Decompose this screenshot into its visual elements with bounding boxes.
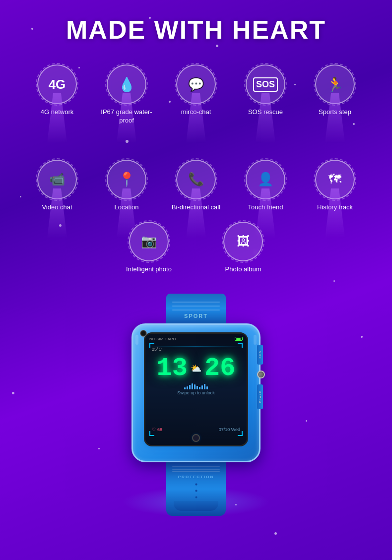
screen-corner-br — [238, 431, 243, 436]
features-row2: 📹 Video chat 📍 Location 📞 Bi-directional… — [25, 160, 367, 212]
signal-bars — [149, 383, 243, 389]
feature-sports-label: Sports step — [319, 108, 351, 117]
power-button[interactable]: POWER — [257, 384, 263, 409]
feature-photoalbum: 🖼 Photo album — [211, 222, 275, 274]
swipe-text: Swipe up to unlock — [149, 390, 243, 395]
feature-waterproof-label: IP67 grade water-proof — [94, 108, 159, 125]
feature-microchat-icon-circle: 💬 — [176, 64, 216, 104]
sos-button[interactable]: SOS — [257, 345, 263, 365]
feature-4g-label: 4G network — [41, 108, 73, 117]
weather-column: ⛅ — [191, 363, 201, 374]
feature-4g-icon-circle: 4G — [37, 64, 77, 104]
strap-top: SPORT — [166, 294, 226, 323]
run-icon: 🏃 — [327, 76, 344, 93]
weather-icon: ⛅ — [191, 363, 201, 374]
feature-photoalbum-label: Photo album — [225, 265, 261, 274]
feature-microchat: 💬 mirco-chat — [164, 64, 228, 125]
person-icon: 👤 — [258, 172, 273, 187]
feature-bidirectional-icon-circle: 📞 — [176, 160, 216, 199]
feature-touchfriend-icon-circle: 👤 — [246, 160, 285, 199]
screen-corner-bl — [149, 431, 154, 436]
feature-touchfriend: 👤 Touch friend — [233, 160, 298, 212]
feature-waterproof: 💧 IP67 grade water-proof — [94, 64, 159, 125]
4g-icon: 4G — [49, 77, 66, 92]
screen-corner-tr — [238, 343, 243, 348]
power-button-label: POWER — [259, 391, 261, 403]
feature-touchfriend-label: Touch friend — [248, 203, 283, 212]
time-display: 13 ⛅ 26 — [149, 356, 243, 381]
screen-corner-tl — [149, 343, 154, 348]
strap-hole — [195, 496, 197, 498]
video-icon: 📹 — [49, 172, 65, 187]
battery-indicator — [235, 337, 243, 341]
features-row3: 📷 Intelligent photo 🖼 Photo album — [117, 222, 275, 274]
screen-status-bar: NO SIM CARD — [149, 337, 243, 341]
location-icon: 📍 — [118, 171, 135, 187]
features-row1: 4G 4G network 💧 IP67 grade water-proof 💬… — [25, 64, 367, 145]
strap-holes — [166, 481, 226, 501]
watch-hour: 13 — [157, 356, 188, 381]
watch-wrapper: SPORT — [102, 294, 290, 507]
side-circle-button[interactable] — [257, 371, 265, 378]
home-button-row — [149, 434, 243, 442]
chat-icon: 💬 — [188, 77, 204, 92]
side-buttons-container: SOS POWER — [257, 345, 265, 409]
screen-bezel: NO SIM CARD — [144, 332, 248, 446]
feature-historytrack-label: History track — [317, 203, 353, 212]
droplet-icon: 💧 — [118, 76, 135, 93]
feature-historytrack-icon-circle: 🗺 — [315, 160, 355, 199]
protection-text: PROTECTION — [166, 475, 226, 479]
brand-text: SPORT — [184, 313, 208, 319]
page-content: MADE WITH HEART 4G 4G network 💧 IP67 gra… — [0, 0, 392, 517]
feature-sports: 🏃 Sports step — [303, 64, 367, 125]
camera-icon: 📷 — [141, 234, 157, 249]
photo-icon: 🖼 — [237, 234, 250, 249]
feature-photoalbum-icon-circle: 🖼 — [223, 222, 263, 261]
strap-end — [174, 501, 218, 511]
feature-intelliphoto: 📷 Intelligent photo — [117, 222, 181, 274]
watch-minute: 26 — [204, 356, 235, 381]
feature-videochat-icon-circle: 📹 — [37, 160, 77, 199]
strap-hole — [195, 483, 197, 486]
feature-location-label: Location — [114, 203, 138, 212]
feature-intelliphoto-icon-circle: 📷 — [129, 222, 169, 261]
feature-4g: 4G 4G network — [25, 64, 89, 125]
feature-sos: SOS SOS rescue — [233, 64, 298, 125]
phone-icon: 📞 — [188, 172, 204, 187]
feature-waterproof-icon-circle: 💧 — [107, 64, 146, 104]
strap-hole — [195, 490, 197, 492]
page-title: MADE WITH HEART — [66, 15, 326, 45]
watch-section: SPORT — [102, 294, 290, 507]
heart-rate-value: 68 — [157, 427, 162, 432]
strap-bottom: PROTECTION — [166, 462, 226, 516]
feature-location: 📍 Location — [94, 160, 159, 212]
feature-location-icon-circle: 📍 — [107, 160, 146, 199]
sos-icon: SOS — [253, 77, 278, 92]
feature-videochat: 📹 Video chat — [25, 160, 89, 212]
feature-microchat-label: mirco-chat — [181, 108, 211, 117]
sim-status: NO SIM CARD — [149, 337, 176, 341]
watch-case: NO SIM CARD — [131, 323, 261, 462]
home-button[interactable] — [192, 434, 200, 442]
feature-bidirectional-label: Bi-directional call — [172, 203, 220, 212]
feature-intelliphoto-label: Intelligent photo — [126, 265, 172, 274]
battery-icon — [235, 337, 243, 341]
feature-sports-icon-circle: 🏃 — [315, 64, 355, 104]
screen-bottom-row: ♡ 68 07/10 Wed — [149, 427, 243, 432]
feature-sos-label: SOS rescue — [248, 108, 283, 117]
track-icon: 🗺 — [328, 172, 341, 187]
sos-button-label: SOS — [259, 351, 261, 359]
watch-screen: NO SIM CARD — [145, 334, 247, 445]
date-display: 07/10 Wed — [219, 427, 240, 432]
feature-videochat-label: Video chat — [42, 203, 72, 212]
feature-sos-icon-circle: SOS — [246, 64, 285, 104]
feature-historytrack: 🗺 History track — [303, 160, 367, 212]
feature-bidirectional: 📞 Bi-directional call — [164, 160, 228, 212]
